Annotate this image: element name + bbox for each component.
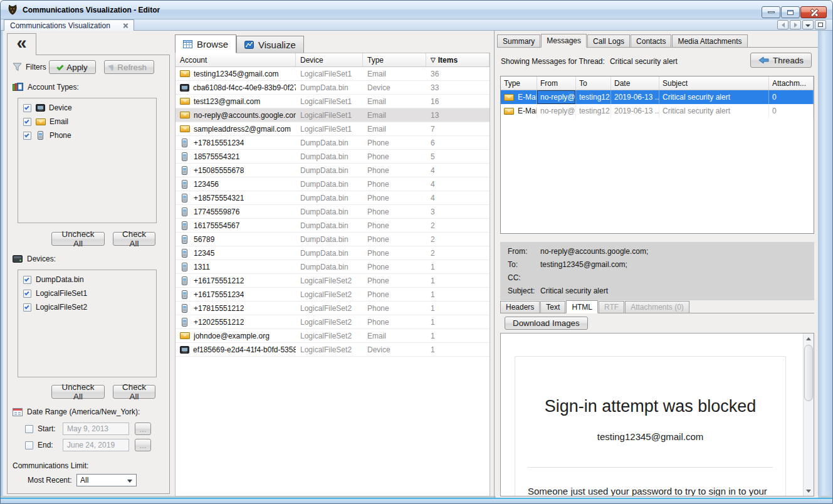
preview-scrollbar[interactable] bbox=[803, 333, 814, 496]
message-row[interactable]: E-Mailno-reply@...testing12...2019-06-13… bbox=[501, 104, 814, 118]
tab-messages[interactable]: Messages bbox=[541, 34, 587, 48]
tab-media-attachments[interactable]: Media Attachments bbox=[672, 34, 747, 47]
maximize-icon bbox=[787, 10, 794, 15]
account-cell: 18575554321 bbox=[176, 150, 296, 163]
end-date-checkbox[interactable] bbox=[25, 441, 33, 449]
start-date-field[interactable]: May 9, 2013 bbox=[63, 423, 129, 435]
table-row[interactable]: +17815551234DumpData.binPhone6 bbox=[176, 136, 490, 150]
checkbox-item[interactable]: Device bbox=[18, 101, 156, 115]
table-row[interactable]: 56789DumpData.binPhone2 bbox=[176, 233, 490, 246]
type-cell: Phone bbox=[363, 164, 426, 177]
account-cell: +16175551234 bbox=[176, 288, 296, 301]
scroll-tabs-right-button[interactable] bbox=[790, 20, 801, 29]
message-row[interactable]: E-Mailno-reply@...testing12...2019-06-13… bbox=[501, 90, 814, 104]
checkbox-item[interactable]: DumpData.bin bbox=[18, 273, 156, 286]
check-all-devices-button[interactable]: Check All bbox=[113, 385, 155, 399]
table-row[interactable]: 16175554567DumpData.binPhone2 bbox=[176, 219, 490, 233]
tab-attachments-0-[interactable]: Attachments (0) bbox=[625, 301, 689, 313]
titlebar[interactable]: Communications Visualization - Editor bbox=[1, 1, 832, 19]
column-header-from[interactable]: From bbox=[537, 76, 576, 90]
table-row[interactable]: cba6108d-f4cc-40e9-83b9-0f2748DumpData.b… bbox=[176, 81, 490, 95]
collapse-filters-button[interactable]: « bbox=[7, 33, 36, 55]
table-row[interactable]: 123456DumpData.binPhone4 bbox=[176, 177, 490, 191]
apply-button[interactable]: Apply bbox=[49, 60, 96, 74]
checkbox[interactable] bbox=[23, 276, 31, 284]
checkbox[interactable] bbox=[23, 104, 31, 112]
most-recent-select[interactable]: All bbox=[76, 474, 137, 486]
refresh-button[interactable]: Refresh bbox=[104, 60, 154, 74]
tab-headers[interactable]: Headers bbox=[500, 301, 540, 313]
minimize-button[interactable] bbox=[762, 6, 780, 18]
tab-communications-visualization[interactable]: Communications Visualization bbox=[4, 19, 134, 31]
table-row[interactable]: +17815551212LogicalFileSet2Phone1 bbox=[176, 302, 490, 315]
start-date-picker-button[interactable]: ... bbox=[135, 423, 151, 435]
tab-summary[interactable]: Summary bbox=[497, 34, 540, 47]
items-cell: 5 bbox=[426, 150, 490, 163]
table-row[interactable]: 18575554321DumpData.binPhone5 bbox=[176, 150, 490, 164]
account-text: 56789 bbox=[194, 235, 214, 244]
checkbox-item[interactable]: LogicalFileSet1 bbox=[18, 286, 156, 300]
scrollbar-thumb[interactable] bbox=[804, 345, 813, 401]
tab-browse[interactable]: Browse bbox=[175, 34, 236, 53]
threads-button[interactable]: Threads bbox=[750, 53, 812, 68]
tab-contacts[interactable]: Contacts bbox=[631, 34, 671, 47]
start-date-checkbox[interactable] bbox=[25, 425, 33, 433]
column-header-account[interactable]: Account bbox=[176, 53, 296, 66]
maximize-button[interactable] bbox=[781, 6, 800, 18]
tab-call-logs[interactable]: Call Logs bbox=[587, 34, 630, 47]
column-header-to[interactable]: To bbox=[576, 76, 611, 90]
checkbox[interactable] bbox=[23, 303, 31, 312]
panel-divider[interactable] bbox=[494, 31, 495, 498]
table-row[interactable]: +18575554321DumpData.binPhone4 bbox=[176, 191, 490, 205]
table-row[interactable]: no-reply@accounts.google.comLogicalFileS… bbox=[176, 108, 490, 122]
tab-list-button[interactable] bbox=[802, 20, 814, 29]
table-row[interactable]: +15085555678DumpData.binPhone4 bbox=[176, 164, 490, 177]
checkbox[interactable] bbox=[23, 118, 31, 126]
checkmark-icon bbox=[24, 304, 29, 309]
column-header-type[interactable]: Type bbox=[363, 53, 426, 66]
checkbox[interactable] bbox=[23, 290, 31, 298]
email-icon bbox=[36, 118, 46, 125]
close-button[interactable] bbox=[800, 6, 827, 18]
table-row[interactable]: 17745559876DumpData.binPhone3 bbox=[176, 205, 490, 219]
column-header-subject[interactable]: Subject bbox=[659, 76, 769, 90]
column-header-date[interactable]: Date bbox=[611, 76, 659, 90]
column-header-items[interactable]: ▽ Items bbox=[426, 53, 490, 66]
column-header-attachments[interactable]: Attachm... bbox=[769, 76, 814, 90]
table-row[interactable]: ef185669-e2d4-41f4-b0fd-5358bfLogicalFil… bbox=[176, 343, 490, 357]
type-cell: E-Mail bbox=[501, 104, 537, 118]
checkbox[interactable] bbox=[23, 132, 31, 140]
column-header-device[interactable]: Device bbox=[296, 53, 363, 66]
end-date-picker-button[interactable]: ... bbox=[135, 439, 151, 451]
tab-html[interactable]: HTML bbox=[566, 300, 598, 313]
table-row[interactable]: +16175551212LogicalFileSet2Phone1 bbox=[176, 274, 490, 288]
table-row[interactable]: 12345DumpData.binPhone2 bbox=[176, 246, 490, 260]
scroll-up-button[interactable] bbox=[804, 333, 814, 344]
end-date-field[interactable]: June 24, 2019 bbox=[63, 439, 129, 451]
table-row[interactable]: johndoe@example.orgLogicalFileSet2Email1 bbox=[176, 329, 490, 343]
table-row[interactable]: 1311DumpData.binPhone1 bbox=[176, 260, 490, 274]
download-images-button[interactable]: Download Images bbox=[505, 317, 588, 330]
items-cell: 4 bbox=[426, 191, 490, 204]
checkbox-item[interactable]: Phone bbox=[18, 129, 156, 142]
table-row[interactable]: testing12345@gmail.comLogicalFileSet1Ema… bbox=[176, 67, 490, 81]
check-all-account-types-button[interactable]: Check All bbox=[113, 232, 155, 246]
checkbox-item[interactable]: Email bbox=[18, 115, 156, 129]
tab-text[interactable]: Text bbox=[540, 301, 565, 313]
device-cell: LogicalFileSet2 bbox=[296, 274, 363, 287]
checkbox-item[interactable]: LogicalFileSet2 bbox=[18, 300, 156, 314]
uncheck-all-devices-button[interactable]: Uncheck All bbox=[51, 385, 105, 399]
uncheck-all-account-types-button[interactable]: Uncheck All bbox=[51, 232, 105, 246]
table-row[interactable]: test123@gmail.comLogicalFileSet1Email16 bbox=[176, 95, 490, 108]
tab-visualize[interactable]: Visualize bbox=[236, 36, 304, 53]
tab-close-icon[interactable] bbox=[123, 23, 128, 28]
table-row[interactable]: +12025551212LogicalFileSet2Phone1 bbox=[176, 315, 490, 329]
tab-rtf[interactable]: RTF bbox=[599, 301, 624, 313]
scroll-tabs-left-button[interactable] bbox=[777, 20, 788, 29]
scroll-down-button[interactable] bbox=[804, 486, 814, 496]
checkmark-icon bbox=[24, 105, 29, 110]
column-header-type[interactable]: Type bbox=[501, 76, 537, 90]
table-row[interactable]: sampleaddress2@gmail.comLogicalFileSet1E… bbox=[176, 122, 490, 136]
table-row[interactable]: +16175551234LogicalFileSet2Phone1 bbox=[176, 288, 490, 302]
maximize-pane-button[interactable] bbox=[815, 20, 826, 29]
